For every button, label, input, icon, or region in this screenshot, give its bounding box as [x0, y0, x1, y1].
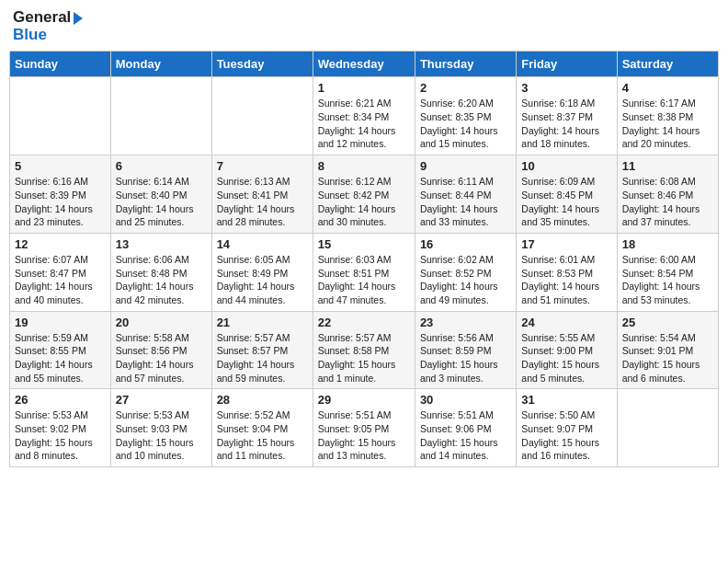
day-info: Sunrise: 6:01 AM Sunset: 8:53 PM Dayligh…: [521, 253, 611, 307]
day-number: 11: [622, 159, 713, 173]
day-info: Sunrise: 5:54 AM Sunset: 9:01 PM Dayligh…: [622, 331, 713, 385]
day-info: Sunrise: 6:13 AM Sunset: 8:41 PM Dayligh…: [217, 175, 308, 229]
calendar-cell: 7Sunrise: 6:13 AM Sunset: 8:41 PM Daylig…: [211, 155, 313, 234]
day-number: 1: [318, 81, 410, 95]
day-info: Sunrise: 6:08 AM Sunset: 8:46 PM Dayligh…: [622, 175, 713, 229]
logo: GeneralBlue: [13, 9, 83, 43]
calendar-cell: 18Sunrise: 6:00 AM Sunset: 8:54 PM Dayli…: [617, 233, 718, 311]
day-number: 19: [15, 316, 106, 329]
weekday-header-saturday: Saturday: [617, 52, 718, 77]
calendar-cell: 31Sunrise: 5:50 AM Sunset: 9:07 PM Dayli…: [517, 389, 617, 467]
calendar-cell: 9Sunrise: 6:11 AM Sunset: 8:44 PM Daylig…: [415, 155, 516, 234]
weekday-header-friday: Friday: [517, 52, 617, 77]
weekday-header-thursday: Thursday: [415, 52, 516, 77]
day-number: 2: [420, 81, 511, 95]
calendar-cell: 11Sunrise: 6:08 AM Sunset: 8:46 PM Dayli…: [617, 155, 718, 234]
day-info: Sunrise: 6:05 AM Sunset: 8:49 PM Dayligh…: [217, 253, 308, 307]
calendar-cell: 4Sunrise: 6:17 AM Sunset: 8:38 PM Daylig…: [617, 77, 718, 155]
day-number: 14: [217, 237, 308, 251]
calendar-cell: 2Sunrise: 6:20 AM Sunset: 8:35 PM Daylig…: [415, 77, 516, 155]
day-number: 18: [622, 237, 713, 251]
day-info: Sunrise: 5:59 AM Sunset: 8:55 PM Dayligh…: [15, 331, 106, 385]
logo-blue: Blue: [13, 27, 83, 44]
day-number: 21: [217, 316, 308, 329]
day-info: Sunrise: 6:00 AM Sunset: 8:54 PM Dayligh…: [622, 253, 713, 307]
day-number: 25: [622, 316, 713, 329]
day-info: Sunrise: 5:52 AM Sunset: 9:04 PM Dayligh…: [217, 408, 308, 463]
day-info: Sunrise: 5:51 AM Sunset: 9:06 PM Dayligh…: [420, 408, 511, 463]
calendar-cell: 19Sunrise: 5:59 AM Sunset: 8:55 PM Dayli…: [10, 311, 111, 389]
day-info: Sunrise: 6:12 AM Sunset: 8:42 PM Dayligh…: [318, 175, 410, 229]
day-info: Sunrise: 6:02 AM Sunset: 8:52 PM Dayligh…: [420, 253, 511, 307]
day-number: 9: [420, 159, 511, 173]
day-number: 17: [521, 237, 611, 251]
calendar-cell: 6Sunrise: 6:14 AM Sunset: 8:40 PM Daylig…: [110, 155, 211, 234]
weekday-header-sunday: Sunday: [10, 52, 111, 77]
day-info: Sunrise: 6:03 AM Sunset: 8:51 PM Dayligh…: [318, 253, 410, 307]
day-info: Sunrise: 6:06 AM Sunset: 8:48 PM Dayligh…: [116, 253, 207, 307]
calendar-cell: 1Sunrise: 6:21 AM Sunset: 8:34 PM Daylig…: [313, 77, 415, 155]
day-number: 28: [217, 393, 308, 407]
day-number: 15: [318, 237, 410, 251]
calendar-cell: [110, 77, 211, 155]
day-info: Sunrise: 5:55 AM Sunset: 9:00 PM Dayligh…: [521, 331, 611, 385]
day-info: Sunrise: 5:51 AM Sunset: 9:05 PM Dayligh…: [318, 408, 410, 463]
page-header: GeneralBlue: [9, 9, 719, 43]
day-number: 30: [420, 393, 511, 407]
day-number: 27: [116, 393, 207, 407]
calendar-cell: 8Sunrise: 6:12 AM Sunset: 8:42 PM Daylig…: [313, 155, 415, 234]
day-number: 12: [15, 237, 106, 251]
day-number: 24: [521, 316, 611, 329]
calendar-cell: 14Sunrise: 6:05 AM Sunset: 8:49 PM Dayli…: [211, 233, 313, 311]
week-row-5: 26Sunrise: 5:53 AM Sunset: 9:02 PM Dayli…: [10, 389, 719, 467]
calendar-table: SundayMondayTuesdayWednesdayThursdayFrid…: [9, 51, 719, 467]
calendar-cell: 24Sunrise: 5:55 AM Sunset: 9:00 PM Dayli…: [517, 311, 617, 389]
calendar-cell: 10Sunrise: 6:09 AM Sunset: 8:45 PM Dayli…: [517, 155, 617, 234]
day-number: 22: [318, 316, 410, 329]
calendar-cell: 3Sunrise: 6:18 AM Sunset: 8:37 PM Daylig…: [517, 77, 617, 155]
day-number: 6: [116, 159, 207, 173]
day-info: Sunrise: 6:16 AM Sunset: 8:39 PM Dayligh…: [15, 175, 106, 229]
day-info: Sunrise: 5:58 AM Sunset: 8:56 PM Dayligh…: [116, 331, 207, 385]
logo-general: General: [13, 9, 83, 27]
calendar-cell: 15Sunrise: 6:03 AM Sunset: 8:51 PM Dayli…: [313, 233, 415, 311]
day-number: 10: [521, 159, 611, 173]
calendar-cell: [211, 77, 313, 155]
weekday-header-monday: Monday: [110, 52, 211, 77]
day-number: 3: [521, 81, 611, 95]
calendar-cell: 17Sunrise: 6:01 AM Sunset: 8:53 PM Dayli…: [517, 233, 617, 311]
calendar-cell: 20Sunrise: 5:58 AM Sunset: 8:56 PM Dayli…: [110, 311, 211, 389]
day-number: 26: [15, 393, 106, 407]
day-info: Sunrise: 5:50 AM Sunset: 9:07 PM Dayligh…: [521, 408, 611, 463]
week-row-3: 12Sunrise: 6:07 AM Sunset: 8:47 PM Dayli…: [10, 233, 719, 311]
day-number: 4: [622, 81, 713, 95]
calendar-cell: 26Sunrise: 5:53 AM Sunset: 9:02 PM Dayli…: [10, 389, 111, 467]
week-row-1: 1Sunrise: 6:21 AM Sunset: 8:34 PM Daylig…: [10, 77, 719, 155]
calendar-cell: 13Sunrise: 6:06 AM Sunset: 8:48 PM Dayli…: [110, 233, 211, 311]
day-info: Sunrise: 6:21 AM Sunset: 8:34 PM Dayligh…: [318, 97, 410, 151]
day-info: Sunrise: 5:57 AM Sunset: 8:58 PM Dayligh…: [318, 331, 410, 385]
day-info: Sunrise: 5:53 AM Sunset: 9:03 PM Dayligh…: [116, 408, 207, 463]
day-number: 20: [116, 316, 207, 329]
calendar-cell: 22Sunrise: 5:57 AM Sunset: 8:58 PM Dayli…: [313, 311, 415, 389]
calendar-cell: 27Sunrise: 5:53 AM Sunset: 9:03 PM Dayli…: [110, 389, 211, 467]
calendar-cell: [10, 77, 111, 155]
calendar-cell: 30Sunrise: 5:51 AM Sunset: 9:06 PM Dayli…: [415, 389, 516, 467]
day-number: 8: [318, 159, 410, 173]
day-number: 23: [420, 316, 511, 329]
calendar-cell: 12Sunrise: 6:07 AM Sunset: 8:47 PM Dayli…: [10, 233, 111, 311]
day-number: 16: [420, 237, 511, 251]
day-number: 31: [521, 393, 611, 407]
day-number: 13: [116, 237, 207, 251]
day-number: 29: [318, 393, 410, 407]
day-info: Sunrise: 6:07 AM Sunset: 8:47 PM Dayligh…: [15, 253, 106, 307]
calendar-cell: [617, 389, 718, 467]
weekday-header-tuesday: Tuesday: [211, 52, 313, 77]
calendar-cell: 16Sunrise: 6:02 AM Sunset: 8:52 PM Dayli…: [415, 233, 516, 311]
calendar-cell: 21Sunrise: 5:57 AM Sunset: 8:57 PM Dayli…: [211, 311, 313, 389]
week-row-4: 19Sunrise: 5:59 AM Sunset: 8:55 PM Dayli…: [10, 311, 719, 389]
day-info: Sunrise: 6:11 AM Sunset: 8:44 PM Dayligh…: [420, 175, 511, 229]
day-info: Sunrise: 5:57 AM Sunset: 8:57 PM Dayligh…: [217, 331, 308, 385]
weekday-header-wednesday: Wednesday: [313, 52, 415, 77]
day-number: 7: [217, 159, 308, 173]
